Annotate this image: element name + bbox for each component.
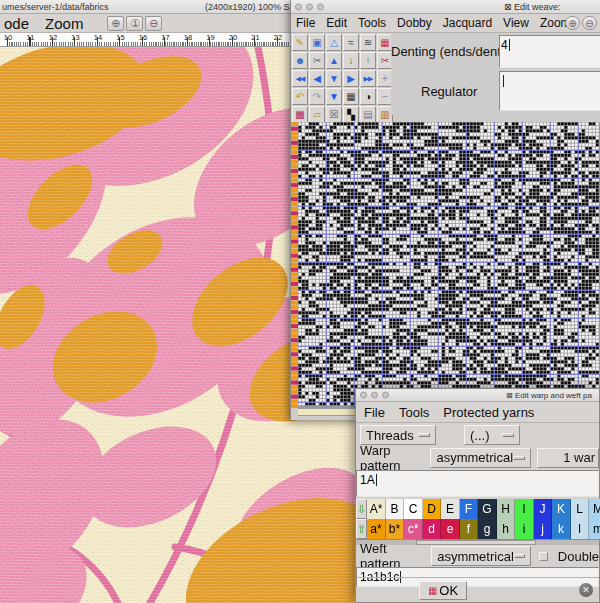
go-down-icon[interactable]: ▼ xyxy=(326,70,342,87)
copy-weft-up-icon[interactable]: ⇧ xyxy=(356,519,367,539)
undo-icon[interactable]: ↶ xyxy=(292,88,308,105)
weft-swatch-j[interactable]: j xyxy=(534,519,553,539)
weft-swatch-i[interactable]: i xyxy=(515,519,534,539)
panel-icon[interactable]: ▣ xyxy=(309,34,325,51)
warp-swatch-A[interactable]: A* xyxy=(367,499,386,519)
invert-icon[interactable]: ◑ xyxy=(360,88,376,105)
warp-count-field[interactable]: 1 war xyxy=(537,448,599,468)
weft-swatch-e[interactable]: e xyxy=(441,519,460,539)
palette-scrollbar-thumb[interactable] xyxy=(416,540,536,545)
zoom-in-icon[interactable]: ⊕ xyxy=(565,16,580,30)
yarn-insert-up-icon[interactable]: ↑ xyxy=(360,52,376,69)
ruler-number: 16 xyxy=(139,33,147,42)
warp-swatch-J[interactable]: J xyxy=(534,499,553,519)
checker-icon[interactable]: ▚ xyxy=(343,106,359,123)
selector-dropdown[interactable]: (...) xyxy=(464,425,520,445)
weft-swatch-a[interactable]: a* xyxy=(367,519,386,539)
clear-box-icon[interactable]: ☒ xyxy=(326,106,342,123)
warp-swatch-I[interactable]: I xyxy=(515,499,534,519)
arrow-up-icon[interactable]: ▲ xyxy=(326,52,342,69)
weft-swatch-l[interactable]: l xyxy=(571,519,590,539)
weft-swatch-b[interactable]: b* xyxy=(386,519,405,539)
weave-menu-file[interactable]: File xyxy=(296,16,315,30)
close-light-icon[interactable] xyxy=(295,3,302,10)
pattern-bottom-bar: ▦ OK ✕ xyxy=(356,577,599,602)
pattern-menu-tools[interactable]: Tools xyxy=(399,405,429,420)
yarn-cross-icon[interactable]: ≋ xyxy=(360,34,376,51)
down-filled-icon[interactable]: ▼ xyxy=(326,88,342,105)
warp-swatch-E[interactable]: E xyxy=(441,499,460,519)
yarn-insert-down-icon: ↓ xyxy=(349,56,354,66)
weave-grid-canvas[interactable] xyxy=(298,122,600,408)
weave-menu-view[interactable]: View xyxy=(503,16,529,30)
weave-menu-tools[interactable]: Tools xyxy=(358,16,386,30)
regulator-label: Regulator xyxy=(421,84,477,99)
yarn-path-icon[interactable]: ≈ xyxy=(343,34,359,51)
fabric-menu-ode[interactable]: ode xyxy=(4,15,29,32)
copy-icon[interactable]: ▤ xyxy=(360,106,376,123)
pattern-small-icon[interactable]: ▦ xyxy=(343,88,359,105)
weft-swatch-d[interactable]: d xyxy=(423,519,442,539)
maximize-light-icon[interactable] xyxy=(317,3,324,10)
export-folder-icon[interactable]: ▱ xyxy=(309,106,325,123)
warp-swatch-B[interactable]: B xyxy=(386,499,405,519)
warp-pattern-input[interactable]: 1A xyxy=(356,470,599,497)
go-left-icon[interactable]: ◀ xyxy=(309,70,325,87)
yarn-insert-down-icon[interactable]: ↓ xyxy=(343,52,359,69)
arrow-up-outline-icon[interactable]: △ xyxy=(326,34,342,51)
option-indicator xyxy=(514,554,525,558)
window-icon: ⊠ xyxy=(506,391,513,400)
zoom-out-icon[interactable]: ⊖ xyxy=(582,16,597,30)
zoom-in-icon[interactable]: ⊕ xyxy=(107,16,124,31)
warp-swatch-C[interactable]: C xyxy=(404,499,423,519)
close-circle-icon[interactable]: ✕ xyxy=(579,583,593,597)
redo-icon[interactable]: ↷ xyxy=(309,88,325,105)
warp-mode-dropdown[interactable]: asymmetrical xyxy=(430,448,531,468)
zoom-100-icon[interactable]: ① xyxy=(126,16,143,31)
weave-menu-dobby[interactable]: Dobby xyxy=(397,16,432,30)
weft-swatch-f[interactable]: f xyxy=(460,519,479,539)
weft-swatch-k[interactable]: k xyxy=(552,519,571,539)
minimize-light-icon[interactable] xyxy=(371,392,378,399)
weft-swatch-h[interactable]: h xyxy=(497,519,516,539)
warp-swatch-F[interactable]: F xyxy=(460,499,479,519)
close-light-icon[interactable] xyxy=(360,392,367,399)
warp-swatch-H[interactable]: H xyxy=(497,499,516,519)
weft-mode-dropdown[interactable]: asymmetrical xyxy=(431,546,531,566)
warp-swatch-D[interactable]: D xyxy=(423,499,442,519)
window-traffic-lights[interactable] xyxy=(360,392,389,399)
go-last-icon[interactable]: ▶▶ xyxy=(360,70,376,87)
plus-icon: + xyxy=(382,74,388,84)
regulator-input[interactable] xyxy=(499,71,600,111)
weft-swatch-c[interactable]: c* xyxy=(404,519,423,539)
redo-icon: ↷ xyxy=(313,92,321,102)
weave-color-icon[interactable]: ▩ xyxy=(292,106,308,123)
ruler-number: 19 xyxy=(206,33,214,42)
warp-swatch-M[interactable]: M xyxy=(589,499,600,519)
zoom-out-icon[interactable]: ⊖ xyxy=(145,16,162,31)
weave-menu-jacquard[interactable]: Jacquard xyxy=(443,16,492,30)
ok-button[interactable]: ▦ OK xyxy=(419,581,467,600)
brush-icon[interactable]: ✎ xyxy=(292,34,308,51)
warp-swatch-K[interactable]: K xyxy=(552,499,571,519)
spool-icon[interactable]: ✂ xyxy=(309,52,325,69)
weave-menu-edit[interactable]: Edit xyxy=(326,16,347,30)
maximize-light-icon[interactable] xyxy=(382,392,389,399)
yarn-insert-up-icon: ↑ xyxy=(366,56,371,66)
weave-menubar: FileEditToolsDobbyJacquardViewZoom ⊕⊖ xyxy=(291,14,600,33)
warp-swatch-L[interactable]: L xyxy=(571,499,590,519)
go-first-icon[interactable]: ◀◀ xyxy=(292,70,308,87)
minimize-light-icon[interactable] xyxy=(306,3,313,10)
double-checkbox[interactable] xyxy=(539,552,548,561)
go-right-icon[interactable]: ▶ xyxy=(343,70,359,87)
window-traffic-lights[interactable] xyxy=(295,3,324,10)
fabric-menu-zoom[interactable]: Zoom xyxy=(45,15,83,32)
person-icon[interactable]: ☻ xyxy=(292,52,308,69)
denting-input[interactable]: 4 xyxy=(499,35,600,68)
weft-swatch-m[interactable]: m xyxy=(589,519,600,539)
pattern-menu-protected-yarns[interactable]: Protected yarns xyxy=(443,405,534,420)
pattern-menu-file[interactable]: File xyxy=(364,405,385,420)
warp-swatch-G[interactable]: G xyxy=(478,499,497,519)
copy-warp-down-icon[interactable]: ⇩ xyxy=(356,499,367,519)
weft-swatch-g[interactable]: g xyxy=(478,519,497,539)
